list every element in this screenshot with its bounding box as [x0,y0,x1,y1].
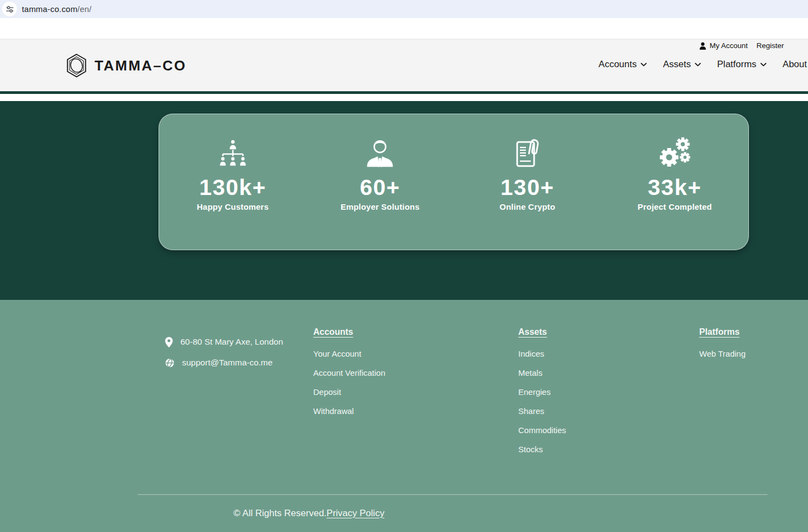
gears-icon [658,137,692,169]
register-label: Register [757,42,784,50]
stat-employer-solutions: 60+ Employer Solutions [307,135,454,250]
location-pin-icon [165,337,173,347]
nav-platforms[interactable]: Platforms [717,59,766,70]
nav-assets[interactable]: Assets [663,59,701,70]
stat-happy-customers: 130k+ Happy Customers [159,135,307,250]
stat-value: 130k+ [199,176,266,199]
globe-icon [165,358,174,368]
browser-url-bar[interactable]: tamma-co.com/en/ [0,0,808,18]
stat-value: 33k+ [648,176,701,199]
copyright: © All Rights Reserved.Privacy Policy [233,508,384,519]
stat-online-crypto: 130+ Online Crypto [454,135,601,250]
stat-label: Employer Solutions [341,202,419,211]
logo-hexagon-icon [66,54,87,78]
nav-platforms-label: Platforms [717,59,757,70]
org-chart-icon [218,138,248,169]
site-header: TAMMA–CO My Account Register Accounts As… [0,39,808,94]
footer-link-shares[interactable]: Shares [518,405,566,417]
privacy-policy-link[interactable]: Privacy Policy [326,508,384,518]
url-path: /en/ [78,4,92,14]
chevron-down-icon [695,63,701,67]
address-row: 60-80 St Mary Axe, London [165,336,283,348]
footer-link-commodities[interactable]: Commodities [518,424,566,436]
nav-accounts-label: Accounts [599,59,637,70]
stat-label: Project Completed [637,202,712,211]
footer-link-withdrawal[interactable]: Withdrawal [313,405,385,417]
chevron-down-icon [641,63,647,67]
footer-link-deposit[interactable]: Deposit [313,386,385,398]
footer-heading-accounts[interactable]: Accounts [313,327,385,338]
my-account-label: My Account [710,42,748,50]
footer-link-account-verification[interactable]: Account Verification [313,367,385,379]
stats-panel: 130k+ Happy Customers 60+ Employer Solut… [159,114,749,250]
url-domain: tamma-co.com [22,4,78,14]
footer-link-indices[interactable]: Indices [518,348,566,360]
nav-about-label: About [783,59,807,70]
url-text[interactable]: tamma-co.com/en/ [22,4,91,14]
support-email-text: support@Tamma-co.me [182,357,273,369]
nav-about[interactable]: About [783,59,807,70]
document-paperclip-icon [514,137,541,169]
footer-column-accounts: Accounts Your Account Account Verificati… [313,327,385,424]
register-link[interactable]: Register [757,42,784,50]
footer-divider [138,494,768,495]
businessman-icon [365,137,395,169]
footer-link-your-account[interactable]: Your Account [313,348,385,360]
email-row: support@Tamma-co.me [165,357,283,369]
footer-heading-assets[interactable]: Assets [518,327,566,338]
main-nav: Accounts Assets Platforms About [599,59,807,70]
footer-link-energies[interactable]: Energies [518,386,566,398]
address-text: 60-80 St Mary Axe, London [180,336,283,348]
my-account-link[interactable]: My Account [699,42,748,50]
contact-block: 60-80 St Mary Axe, London support@Tamma-… [165,336,283,377]
site-settings-button[interactable] [2,2,17,16]
footer: 60-80 St Mary Axe, London support@Tamma-… [0,300,808,532]
page: tamma-co.com/en/ TAMMA–CO My Account [0,0,808,532]
footer-link-web-trading[interactable]: Web Trading [699,348,746,360]
chevron-down-icon [760,63,766,67]
stat-value: 130+ [501,176,554,199]
copyright-text: © All Rights Reserved. [233,508,326,518]
nav-assets-label: Assets [663,59,691,70]
person-icon [699,42,706,50]
footer-link-stocks[interactable]: Stocks [518,444,566,456]
brand-logo[interactable]: TAMMA–CO [66,54,186,78]
nav-accounts[interactable]: Accounts [599,59,647,70]
stat-label: Online Crypto [500,202,555,211]
stat-value: 60+ [360,176,400,199]
stat-label: Happy Customers [197,202,268,211]
stat-project-completed: 33k+ Project Completed [601,135,749,250]
footer-heading-platforms[interactable]: Platforms [699,327,746,338]
brand-name: TAMMA–CO [95,57,186,74]
footer-column-platforms: Platforms Web Trading [699,327,746,367]
hero-section: 130k+ Happy Customers 60+ Employer Solut… [0,101,808,300]
account-links: My Account Register [699,42,784,50]
footer-link-metals[interactable]: Metals [518,367,566,379]
tune-icon [5,5,14,14]
footer-column-assets: Assets Indices Metals Energies Shares Co… [518,327,566,463]
